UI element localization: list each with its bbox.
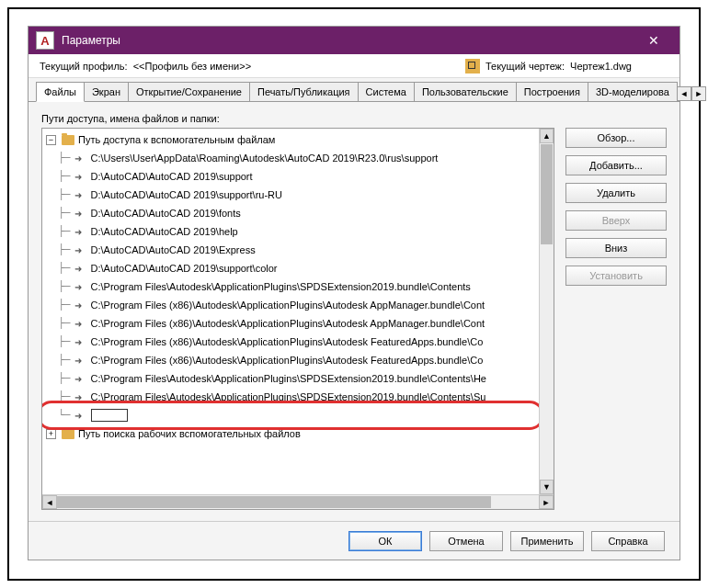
path-icon	[74, 189, 87, 200]
horizontal-scrollbar[interactable]: ◄ ►	[42, 494, 554, 509]
tree-path-item[interactable]: ├─D:\AutoCAD\AutoCAD 2019\fonts	[42, 204, 539, 222]
folder-icon	[62, 429, 74, 439]
ok-button[interactable]: ОК	[348, 531, 422, 551]
set-default-button[interactable]: Установить	[565, 266, 667, 286]
tree-path-item[interactable]: ├─C:\Program Files (x86)\Autodesk\Applic…	[42, 314, 539, 333]
tree-path-item[interactable]: ├─C:\Users\User\AppData\Roaming\Autodesk…	[42, 149, 539, 167]
current-drawing-value: Чертеж1.dwg	[570, 61, 632, 72]
info-row: Текущий профиль: <<Профиль без имени>> Т…	[29, 54, 679, 78]
tab-3d[interactable]: 3D-моделирова	[588, 82, 678, 101]
tree-path-item[interactable]: ├─D:\AutoCAD\AutoCAD 2019\support	[42, 167, 539, 186]
current-profile-label: Текущий профиль:	[40, 61, 128, 72]
tree-path-item[interactable]: ├─D:\AutoCAD\AutoCAD 2019\help	[42, 222, 539, 241]
tab-open-save[interactable]: Открытие/Сохранение	[128, 82, 250, 101]
hscroll-thumb[interactable]	[57, 496, 491, 508]
scroll-left[interactable]: ◄	[42, 495, 57, 509]
tree-path-item[interactable]: ├─C:\Program Files\Autodesk\ApplicationP…	[42, 277, 539, 296]
folder-icon	[62, 135, 74, 145]
new-path-input[interactable]	[91, 409, 128, 422]
path-icon	[74, 300, 87, 311]
scroll-right[interactable]: ►	[539, 495, 554, 509]
path-icon	[74, 263, 87, 274]
path-icon	[74, 244, 87, 255]
tree-path-item[interactable]: ├─D:\AutoCAD\AutoCAD 2019\support\color	[42, 259, 539, 277]
scroll-down[interactable]: ▼	[540, 480, 554, 494]
drawing-icon	[465, 59, 480, 74]
side-buttons: Обзор... Добавить... Удалить Вверх Вниз …	[565, 128, 667, 510]
tree-path-item[interactable]: ├─C:\Program Files\Autodesk\ApplicationP…	[42, 388, 539, 406]
path-icon	[74, 410, 87, 421]
vertical-scrollbar[interactable]: ▲ ▼	[539, 129, 554, 494]
apply-button[interactable]: Применить	[510, 531, 584, 551]
tab-plot[interactable]: Печать/Публикация	[249, 82, 359, 101]
section-label: Пути доступа, имена файлов и папки:	[41, 113, 667, 124]
tab-strip: Файлы Экран Открытие/Сохранение Печать/П…	[29, 78, 679, 102]
path-icon	[74, 391, 87, 402]
path-icon	[74, 373, 87, 384]
path-icon	[74, 281, 87, 292]
scroll-thumb[interactable]	[541, 144, 553, 244]
scroll-up[interactable]: ▲	[540, 129, 554, 143]
options-dialog: A Параметры ✕ Текущий профиль: <<Профиль…	[28, 26, 680, 560]
tree-root-label: Путь доступа к вспомогательным файлам	[78, 130, 275, 149]
tab-scroll: ◄ ►	[677, 86, 706, 101]
cancel-button[interactable]: Отмена	[429, 531, 503, 551]
tab-drafting[interactable]: Построения	[516, 82, 588, 101]
collapse-icon[interactable]: −	[46, 135, 56, 145]
browse-button[interactable]: Обзор...	[565, 128, 667, 148]
path-tree[interactable]: − Путь доступа к вспомогательным файлам …	[42, 129, 539, 445]
move-down-button[interactable]: Вниз	[565, 238, 667, 258]
path-icon	[74, 153, 87, 164]
tab-scroll-left[interactable]: ◄	[677, 86, 691, 101]
delete-button[interactable]: Удалить	[565, 183, 667, 203]
path-icon	[74, 226, 87, 237]
add-button[interactable]: Добавить...	[565, 155, 667, 175]
tree-path-item[interactable]: ├─C:\Program Files\Autodesk\ApplicationP…	[42, 369, 539, 388]
move-up-button[interactable]: Вверх	[565, 210, 667, 231]
tree-path-item[interactable]: ├─D:\AutoCAD\AutoCAD 2019\Express	[42, 241, 539, 259]
tree-root-working[interactable]: + Путь поиска рабочих вспомогательных фа…	[42, 424, 539, 443]
path-icon	[74, 208, 87, 219]
window-title: Параметры	[62, 34, 635, 47]
tree-path-item[interactable]: ├─D:\AutoCAD\AutoCAD 2019\support\ru-RU	[42, 186, 539, 204]
current-profile-value: <<Профиль без имени>>	[133, 61, 251, 72]
tree-root-support[interactable]: − Путь доступа к вспомогательным файлам	[42, 130, 539, 149]
app-icon: A	[36, 31, 54, 50]
path-icon	[74, 355, 87, 366]
close-button[interactable]: ✕	[635, 28, 672, 53]
tree-root-label: Путь поиска рабочих вспомогательных файл…	[78, 424, 301, 443]
path-icon	[74, 318, 87, 329]
path-icon	[74, 171, 87, 182]
tree-path-item[interactable]: ├─C:\Program Files (x86)\Autodesk\Applic…	[42, 333, 539, 351]
help-button[interactable]: Справка	[591, 531, 665, 551]
tree-path-item[interactable]: ├─C:\Program Files (x86)\Autodesk\Applic…	[42, 351, 539, 369]
tab-user[interactable]: Пользовательские	[414, 82, 517, 101]
tab-system[interactable]: Система	[358, 82, 415, 101]
tree-container: − Путь доступа к вспомогательным файлам …	[41, 128, 554, 510]
current-drawing-label: Текущий чертеж:	[485, 61, 565, 72]
titlebar: A Параметры ✕	[29, 27, 679, 54]
tree-new-path-edit-row[interactable]: └─	[42, 406, 539, 424]
tree-path-item[interactable]: ├─C:\Program Files (x86)\Autodesk\Applic…	[42, 296, 539, 314]
tab-files[interactable]: Файлы	[36, 82, 85, 102]
expand-icon[interactable]: +	[46, 429, 56, 439]
bottom-bar: ОК Отмена Применить Справка	[29, 521, 679, 560]
tab-display[interactable]: Экран	[84, 82, 129, 101]
content-area: Пути доступа, имена файлов и папки: − Пу…	[29, 102, 679, 521]
tab-scroll-right[interactable]: ►	[691, 86, 706, 101]
path-icon	[74, 336, 87, 347]
